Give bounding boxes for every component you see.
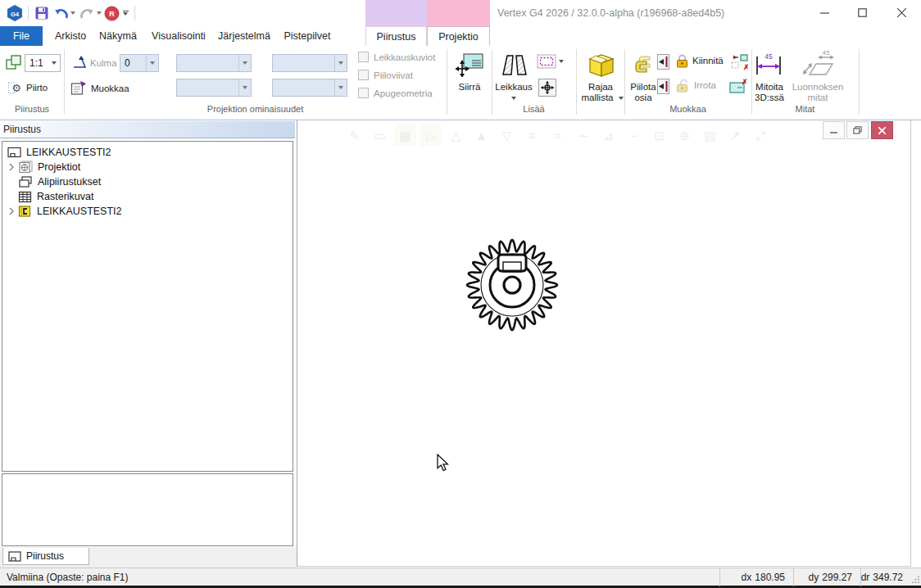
tree-item-alipiirustukset[interactable]: Alipiirustukset [18, 174, 101, 189]
rajaa-mallista-button[interactable]: Rajaa mallista [578, 51, 623, 108]
checkbox[interactable] [358, 52, 369, 62]
projection-combobox-4[interactable] [272, 79, 347, 97]
status-message: Valmiina (Opaste: paina F1) [7, 572, 129, 583]
user-badge-icon: R [104, 6, 120, 21]
tree-item-label: Projektiot [38, 161, 80, 173]
property-box[interactable] [2, 473, 293, 546]
attach-move-button[interactable]: ✗ [730, 52, 748, 74]
drawing-settings-gear-icon: ⚙ [8, 80, 22, 94]
dropdown[interactable] [334, 79, 347, 96]
window-title: Vertex G4 2026 / 32.0.0-alpha (r196968-a… [497, 7, 724, 19]
coordinate-dr: dr 349.72 [860, 568, 911, 586]
flip-projection-button-1[interactable] [657, 54, 669, 70]
expand-chevron-icon[interactable] [7, 163, 16, 171]
piirto-button[interactable]: ⚙ Piirto [8, 80, 48, 94]
user-badge[interactable]: R [103, 3, 120, 23]
siirra-button[interactable]: Siirrä [449, 51, 490, 100]
kulma-combobox[interactable] [120, 54, 159, 72]
document-restore-button[interactable] [846, 121, 869, 139]
tab-projektio[interactable]: Projektio [427, 26, 490, 46]
redo-history-dropdown[interactable] [95, 3, 103, 23]
maximize-button[interactable] [844, 0, 880, 25]
checkbox-leikkauskuviot[interactable]: Leikkauskuviot [358, 52, 435, 62]
drawing-window[interactable]: ✎ ▭ ▦ ▷ △ ▲ ▽ ≡ ≈ ∼ ⊿ − ⊡ ⊕ ▤ ↗ ⤢ [297, 120, 911, 567]
expand-chevron-icon[interactable] [7, 207, 16, 215]
leikkaus-dropdown-arrow [511, 97, 516, 100]
piilota-osia-button[interactable]: Piilota osia [627, 51, 660, 108]
luonnoksen-mitat-button[interactable]: 45 Luonnoksen mitat [788, 51, 847, 108]
checkbox[interactable] [358, 88, 369, 98]
mitoita-label-line1: Mitoita [751, 82, 788, 93]
svg-text:⚙: ⚙ [11, 82, 21, 94]
app-logo[interactable]: G4 [5, 3, 25, 23]
flip-projection-button-2[interactable] [657, 79, 669, 94]
ghost-icon: ↗ [724, 124, 746, 147]
checkbox-label: Leikkauskuviot [374, 52, 435, 62]
ghost-icon: ▲ [470, 124, 492, 147]
detach-icon: ✗ [728, 77, 748, 95]
projection-combobox-3[interactable] [272, 54, 347, 72]
projection-combobox-1[interactable] [176, 54, 252, 72]
detail-border-button[interactable] [537, 54, 564, 69]
dropdown[interactable] [334, 55, 347, 71]
redo-button[interactable] [79, 3, 95, 23]
checkbox-apugeometria[interactable]: Apugeometria [358, 88, 433, 98]
panel-tab-bar: Piirustus [0, 547, 297, 568]
close-button[interactable] [882, 0, 920, 25]
ghost-icon: − [623, 124, 645, 147]
checkbox[interactable] [358, 70, 369, 80]
luonnos-label-line1: Luonnoksen [787, 82, 849, 93]
contextual-group-projektio [427, 0, 490, 27]
kulma-dropdown[interactable] [146, 55, 158, 71]
ghost-icon: ▦ [394, 124, 416, 147]
muokkaa-label: Muokkaa [91, 84, 129, 93]
mitoita-3d-button[interactable]: 45 Mitoita 3D:ssä [751, 51, 788, 108]
customize-quick-access-dropdown[interactable] [120, 3, 131, 23]
tree-item-projektiot[interactable]: Projektiot [7, 160, 80, 174]
tree-item-label: Alipiirustukset [38, 176, 101, 188]
save-button[interactable] [33, 3, 51, 23]
scale-dropdown[interactable] [48, 55, 60, 71]
irrota-label: Irrota [694, 80, 716, 90]
move-projection-icon [456, 52, 484, 77]
flip-arrows-icon [659, 57, 668, 67]
checkbox-piiloviivat[interactable]: Piiloviivat [358, 70, 413, 80]
kulma-value[interactable] [120, 57, 146, 69]
minimize-button[interactable] [806, 0, 842, 25]
undo-button[interactable] [52, 3, 69, 23]
panel-tab-label: Piirustus [26, 550, 64, 562]
detach-projection-button[interactable]: ✗ [728, 77, 748, 98]
tree-item-model[interactable]: LEIKKAUSTESTI2 [7, 204, 122, 219]
tab-pistepilvet[interactable]: Pistepilvet [279, 26, 336, 46]
dropdown[interactable] [238, 55, 251, 71]
ghost-icon: ⊡ [648, 124, 670, 147]
tab-piirustus[interactable]: Piirustus [365, 26, 427, 46]
resize-grip[interactable] [912, 575, 920, 583]
undo-history-dropdown[interactable] [69, 3, 77, 23]
scale-combobox[interactable] [25, 54, 61, 72]
tab-jarjestelma[interactable]: Järjestelmä [215, 26, 274, 46]
tree-view[interactable]: LEIKKAUSTESTI2 Projektiot [2, 141, 293, 472]
ghost-icon: ▷ [420, 124, 442, 147]
tab-file[interactable]: File [0, 26, 43, 46]
tab-nakyma[interactable]: Näkymä [95, 26, 141, 46]
move-origin-button[interactable] [538, 79, 556, 97]
muokkaa-projection-button[interactable]: Muokkaa [70, 80, 129, 96]
checkbox-label: Apugeometria [374, 88, 433, 98]
svg-text:✗: ✗ [742, 78, 748, 86]
scale-value[interactable] [25, 57, 48, 69]
kiinnita-button[interactable]: Kiinnitä [675, 53, 724, 68]
tab-visualisointi[interactable]: Visualisointi [146, 26, 211, 46]
tree-item-rasterikuvat[interactable]: Rasterikuvat [18, 189, 93, 204]
panel-header[interactable]: Piirustus [0, 121, 295, 138]
panel-tab-piirustus[interactable]: Piirustus [2, 548, 89, 565]
leikkaus-button[interactable]: Leikkaus [494, 51, 533, 108]
tab-arkisto[interactable]: Arkisto [48, 26, 93, 46]
dropdown[interactable] [238, 79, 251, 96]
projection-combobox-2[interactable] [176, 79, 252, 97]
tree-item-drawing-root[interactable]: LEIKKAUSTESTI2 [7, 145, 111, 160]
document-minimize-button[interactable] [823, 121, 845, 139]
irrota-button[interactable]: Irrota [675, 78, 716, 93]
group-label-mitat: Mitat [751, 104, 859, 115]
document-close-button[interactable] [871, 121, 893, 139]
